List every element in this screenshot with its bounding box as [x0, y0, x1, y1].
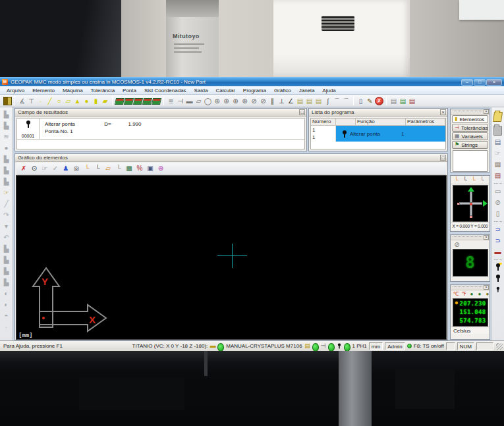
- plane-icon[interactable]: ▱: [64, 96, 72, 106]
- zoom-icon[interactable]: ⊙: [30, 163, 39, 173]
- menu-grafico[interactable]: Gráfico: [270, 86, 295, 95]
- menu-arquivo[interactable]: Arquivo: [3, 86, 28, 95]
- eraser-icon[interactable]: ▭: [493, 186, 502, 196]
- no-timer-icon[interactable]: ⊘: [493, 198, 502, 207]
- clamp-ok-icon[interactable]: [328, 343, 335, 352]
- stack-1-icon[interactable]: ▤: [296, 96, 304, 106]
- menu-calcular[interactable]: Calcular: [211, 86, 238, 95]
- resize-grip[interactable]: [496, 343, 503, 350]
- part-icon[interactable]: ▤: [389, 96, 398, 106]
- tool-machine-h-icon[interactable]: ▙: [2, 266, 11, 276]
- machine-view-icon[interactable]: ⊕: [156, 163, 165, 173]
- joystick-ok-icon[interactable]: [312, 343, 319, 352]
- menu-tolerancia[interactable]: Tolerância: [87, 86, 119, 95]
- menu-sist-coordenadas[interactable]: Sist Coordenadas: [140, 86, 190, 95]
- tool-machine-b-icon[interactable]: ▙: [2, 120, 11, 130]
- tool-ball-c-icon[interactable]: ◓: [2, 311, 11, 321]
- stack-2-icon[interactable]: ▤: [305, 96, 314, 106]
- coordinate-system-1-icon[interactable]: [115, 98, 125, 105]
- tool-machine-d-icon[interactable]: ▙: [2, 165, 11, 175]
- machine-ok-icon[interactable]: [217, 343, 224, 352]
- clipboard-icon[interactable]: ▯: [493, 209, 502, 219]
- panel-grip[interactable]: [453, 286, 482, 288]
- probe-small-icon[interactable]: [495, 286, 501, 294]
- tool-hook-icon[interactable]: ↷: [2, 210, 11, 220]
- coordinate-system-4-icon[interactable]: [142, 98, 152, 105]
- tool-hand-teach-icon[interactable]: ☞: [2, 188, 11, 198]
- print-red-icon[interactable]: ▤: [493, 171, 502, 180]
- view-iso-icon[interactable]: └: [114, 163, 123, 173]
- probe-icon[interactable]: [493, 274, 502, 284]
- user-indicator[interactable]: Admin: [385, 342, 405, 350]
- view-top-icon[interactable]: ▱: [103, 163, 113, 173]
- results-restore-button[interactable]: □: [299, 109, 305, 115]
- tool-machine-c-icon[interactable]: ▙: [2, 154, 11, 164]
- position-4-icon[interactable]: ⊕: [240, 96, 249, 106]
- view-front-icon[interactable]: └: [82, 163, 92, 173]
- close-button[interactable]: ×: [486, 79, 502, 86]
- sensor-3-icon[interactable]: ●: [484, 290, 491, 298]
- maximize-button[interactable]: □: [474, 79, 486, 86]
- stack-3-icon[interactable]: ▤: [314, 96, 323, 106]
- tool-slash-icon[interactable]: ╱: [2, 199, 11, 209]
- roundness-icon[interactable]: ◯: [204, 96, 212, 106]
- program-close-button[interactable]: ×: [440, 109, 446, 115]
- position-2-icon[interactable]: ⊕: [222, 96, 231, 106]
- selector-close-button[interactable]: ×: [484, 109, 489, 114]
- line-icon[interactable]: ╱: [45, 96, 54, 106]
- position-3-icon[interactable]: ⊕: [231, 96, 240, 106]
- cylinder-icon[interactable]: ▮: [92, 96, 100, 106]
- arc-1-icon[interactable]: ⌒: [333, 96, 341, 106]
- part-verify-icon[interactable]: ▤: [408, 96, 416, 106]
- tab-elementos[interactable]: ▮Elementos: [452, 115, 488, 123]
- view-side-icon[interactable]: └: [93, 163, 102, 173]
- result-entry[interactable]: 00001 Alterar ponta D= 1.990 Ponta-No. 1: [17, 119, 304, 140]
- tolerance-input-icon[interactable]: ⊣: [176, 96, 184, 106]
- tool-machine-g-icon[interactable]: ▙: [2, 255, 11, 265]
- perpendicularity-icon[interactable]: ⊥: [277, 96, 286, 106]
- tool-ball-a-icon[interactable]: ◐: [2, 288, 11, 298]
- magnet-1-icon[interactable]: ⊃: [493, 225, 502, 234]
- runout-1-icon[interactable]: ⊘: [250, 96, 258, 106]
- fahrenheit-icon[interactable]: ℉: [461, 290, 467, 298]
- graphics-canvas[interactable]: Y X [mm]: [16, 175, 447, 340]
- menu-programa[interactable]: Programa: [239, 86, 270, 95]
- measure-caliper-icon[interactable]: ∡: [18, 96, 26, 106]
- arc-2-icon[interactable]: ⌒: [342, 96, 350, 106]
- column-parametros[interactable]: Parâmetros: [406, 119, 445, 125]
- flatness-icon[interactable]: ▱: [194, 96, 203, 106]
- pan-icon[interactable]: ☞: [40, 163, 49, 173]
- clamp-status-icon[interactable]: ⊣: [320, 342, 327, 350]
- celsius-icon[interactable]: ℃: [453, 290, 459, 298]
- part-load-icon[interactable]: ▤: [399, 96, 407, 106]
- machine-status-icon[interactable]: ▬: [210, 342, 216, 350]
- menu-maquina[interactable]: Máquina: [59, 86, 87, 95]
- column-icon[interactable]: [336, 119, 356, 125]
- tab-variaveis[interactable]: ▦Variáveis: [452, 132, 488, 140]
- joystick-status-icon[interactable]: ▤: [304, 342, 311, 350]
- tool-machine-f-icon[interactable]: ▙: [2, 244, 11, 253]
- edit-program-icon[interactable]: ✎: [366, 96, 374, 106]
- tool-pin-icon[interactable]: ▾: [2, 221, 11, 231]
- pattern-icon[interactable]: ≣: [167, 96, 175, 106]
- temperature-close-button[interactable]: ×: [484, 285, 489, 290]
- tool-machine-i-icon[interactable]: ▙: [2, 277, 11, 287]
- scale-icon[interactable]: %: [135, 163, 144, 173]
- panel-grip[interactable]: [453, 111, 482, 113]
- confirm-icon[interactable]: ✓: [51, 163, 60, 173]
- angularity-icon[interactable]: ∠: [287, 96, 295, 106]
- counter-close-button[interactable]: ×: [484, 235, 489, 240]
- cone-icon[interactable]: ▲: [73, 96, 82, 106]
- program-row[interactable]: 1 1 Alterar ponta 1: [311, 126, 445, 142]
- column-funcao[interactable]: Função: [356, 119, 406, 125]
- probe-position-view[interactable]: [453, 185, 488, 222]
- coordinate-system-2-icon[interactable]: [124, 98, 134, 105]
- probe-ok-icon[interactable]: [344, 343, 350, 352]
- menu-janela[interactable]: Janela: [295, 86, 319, 95]
- program-window-icon[interactable]: ▯: [356, 96, 365, 106]
- probe-view-iso-icon[interactable]: └: [478, 175, 486, 185]
- unit-indicator[interactable]: mm: [369, 342, 383, 350]
- sensor-1-icon[interactable]: ●: [468, 290, 475, 298]
- selected-step[interactable]: Alterar ponta 1: [336, 126, 445, 142]
- measure-gauge-icon[interactable]: ⊤: [27, 96, 36, 106]
